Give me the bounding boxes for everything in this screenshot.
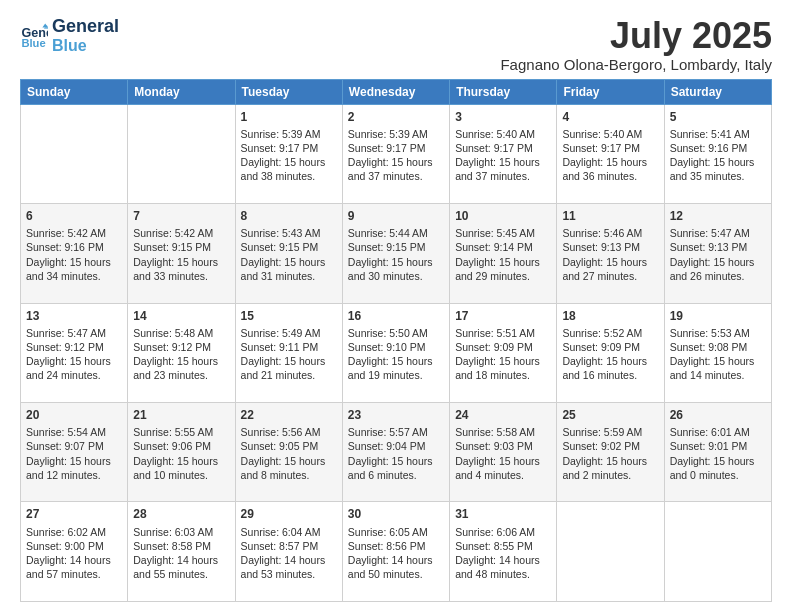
day-detail: Sunrise: 5:47 AM Sunset: 9:12 PM Dayligh… <box>26 326 122 383</box>
day-number: 20 <box>26 407 122 423</box>
day-number: 17 <box>455 308 551 324</box>
calendar-cell: 6Sunrise: 5:42 AM Sunset: 9:16 PM Daylig… <box>21 204 128 303</box>
day-detail: Sunrise: 6:02 AM Sunset: 9:00 PM Dayligh… <box>26 525 122 582</box>
day-number: 9 <box>348 208 444 224</box>
logo-icon: General Blue <box>20 22 48 50</box>
day-number: 5 <box>670 109 766 125</box>
calendar-cell: 23Sunrise: 5:57 AM Sunset: 9:04 PM Dayli… <box>342 403 449 502</box>
day-detail: Sunrise: 5:50 AM Sunset: 9:10 PM Dayligh… <box>348 326 444 383</box>
day-number: 2 <box>348 109 444 125</box>
calendar-cell: 28Sunrise: 6:03 AM Sunset: 8:58 PM Dayli… <box>128 502 235 602</box>
calendar-cell: 8Sunrise: 5:43 AM Sunset: 9:15 PM Daylig… <box>235 204 342 303</box>
day-detail: Sunrise: 5:46 AM Sunset: 9:13 PM Dayligh… <box>562 226 658 283</box>
calendar-cell: 20Sunrise: 5:54 AM Sunset: 9:07 PM Dayli… <box>21 403 128 502</box>
day-detail: Sunrise: 5:42 AM Sunset: 9:16 PM Dayligh… <box>26 226 122 283</box>
day-detail: Sunrise: 6:05 AM Sunset: 8:56 PM Dayligh… <box>348 525 444 582</box>
day-number: 21 <box>133 407 229 423</box>
day-number: 18 <box>562 308 658 324</box>
calendar-cell: 2Sunrise: 5:39 AM Sunset: 9:17 PM Daylig… <box>342 104 449 203</box>
calendar-cell: 16Sunrise: 5:50 AM Sunset: 9:10 PM Dayli… <box>342 303 449 402</box>
day-detail: Sunrise: 5:55 AM Sunset: 9:06 PM Dayligh… <box>133 425 229 482</box>
day-number: 6 <box>26 208 122 224</box>
svg-text:Blue: Blue <box>21 37 45 49</box>
calendar-week-4: 20Sunrise: 5:54 AM Sunset: 9:07 PM Dayli… <box>21 403 772 502</box>
calendar-cell: 12Sunrise: 5:47 AM Sunset: 9:13 PM Dayli… <box>664 204 771 303</box>
day-detail: Sunrise: 5:58 AM Sunset: 9:03 PM Dayligh… <box>455 425 551 482</box>
day-number: 25 <box>562 407 658 423</box>
calendar-cell: 31Sunrise: 6:06 AM Sunset: 8:55 PM Dayli… <box>450 502 557 602</box>
calendar-cell: 25Sunrise: 5:59 AM Sunset: 9:02 PM Dayli… <box>557 403 664 502</box>
day-detail: Sunrise: 5:49 AM Sunset: 9:11 PM Dayligh… <box>241 326 337 383</box>
calendar-cell: 4Sunrise: 5:40 AM Sunset: 9:17 PM Daylig… <box>557 104 664 203</box>
day-number: 1 <box>241 109 337 125</box>
calendar-cell: 21Sunrise: 5:55 AM Sunset: 9:06 PM Dayli… <box>128 403 235 502</box>
calendar-week-1: 1Sunrise: 5:39 AM Sunset: 9:17 PM Daylig… <box>21 104 772 203</box>
page: General Blue General Blue July 2025 Fagn… <box>0 0 792 612</box>
calendar-cell <box>557 502 664 602</box>
day-detail: Sunrise: 5:53 AM Sunset: 9:08 PM Dayligh… <box>670 326 766 383</box>
calendar-cell: 30Sunrise: 6:05 AM Sunset: 8:56 PM Dayli… <box>342 502 449 602</box>
day-detail: Sunrise: 5:42 AM Sunset: 9:15 PM Dayligh… <box>133 226 229 283</box>
calendar-cell <box>128 104 235 203</box>
day-detail: Sunrise: 5:43 AM Sunset: 9:15 PM Dayligh… <box>241 226 337 283</box>
calendar-week-2: 6Sunrise: 5:42 AM Sunset: 9:16 PM Daylig… <box>21 204 772 303</box>
day-detail: Sunrise: 5:41 AM Sunset: 9:16 PM Dayligh… <box>670 127 766 184</box>
day-number: 13 <box>26 308 122 324</box>
logo: General Blue General Blue <box>20 16 119 55</box>
day-detail: Sunrise: 5:57 AM Sunset: 9:04 PM Dayligh… <box>348 425 444 482</box>
day-number: 4 <box>562 109 658 125</box>
logo-blue: Blue <box>52 37 119 55</box>
day-detail: Sunrise: 5:47 AM Sunset: 9:13 PM Dayligh… <box>670 226 766 283</box>
day-number: 14 <box>133 308 229 324</box>
day-number: 12 <box>670 208 766 224</box>
day-number: 26 <box>670 407 766 423</box>
calendar-cell: 15Sunrise: 5:49 AM Sunset: 9:11 PM Dayli… <box>235 303 342 402</box>
day-number: 23 <box>348 407 444 423</box>
calendar-week-5: 27Sunrise: 6:02 AM Sunset: 9:00 PM Dayli… <box>21 502 772 602</box>
col-header-monday: Monday <box>128 79 235 104</box>
day-detail: Sunrise: 5:40 AM Sunset: 9:17 PM Dayligh… <box>562 127 658 184</box>
month-title: July 2025 <box>500 16 772 56</box>
day-number: 31 <box>455 506 551 522</box>
day-number: 19 <box>670 308 766 324</box>
day-number: 27 <box>26 506 122 522</box>
col-header-friday: Friday <box>557 79 664 104</box>
day-number: 10 <box>455 208 551 224</box>
logo-general: General <box>52 16 119 37</box>
col-header-thursday: Thursday <box>450 79 557 104</box>
calendar-cell: 7Sunrise: 5:42 AM Sunset: 9:15 PM Daylig… <box>128 204 235 303</box>
day-number: 28 <box>133 506 229 522</box>
day-number: 15 <box>241 308 337 324</box>
calendar-header-row: SundayMondayTuesdayWednesdayThursdayFrid… <box>21 79 772 104</box>
day-number: 24 <box>455 407 551 423</box>
col-header-sunday: Sunday <box>21 79 128 104</box>
day-number: 7 <box>133 208 229 224</box>
day-number: 11 <box>562 208 658 224</box>
col-header-saturday: Saturday <box>664 79 771 104</box>
day-detail: Sunrise: 5:59 AM Sunset: 9:02 PM Dayligh… <box>562 425 658 482</box>
day-number: 8 <box>241 208 337 224</box>
col-header-wednesday: Wednesday <box>342 79 449 104</box>
calendar-cell: 13Sunrise: 5:47 AM Sunset: 9:12 PM Dayli… <box>21 303 128 402</box>
calendar-cell: 1Sunrise: 5:39 AM Sunset: 9:17 PM Daylig… <box>235 104 342 203</box>
day-detail: Sunrise: 5:51 AM Sunset: 9:09 PM Dayligh… <box>455 326 551 383</box>
calendar-cell: 18Sunrise: 5:52 AM Sunset: 9:09 PM Dayli… <box>557 303 664 402</box>
calendar-cell: 11Sunrise: 5:46 AM Sunset: 9:13 PM Dayli… <box>557 204 664 303</box>
day-detail: Sunrise: 5:44 AM Sunset: 9:15 PM Dayligh… <box>348 226 444 283</box>
calendar-cell: 24Sunrise: 5:58 AM Sunset: 9:03 PM Dayli… <box>450 403 557 502</box>
day-detail: Sunrise: 5:45 AM Sunset: 9:14 PM Dayligh… <box>455 226 551 283</box>
calendar-cell: 22Sunrise: 5:56 AM Sunset: 9:05 PM Dayli… <box>235 403 342 502</box>
day-number: 3 <box>455 109 551 125</box>
calendar-cell: 27Sunrise: 6:02 AM Sunset: 9:00 PM Dayli… <box>21 502 128 602</box>
calendar-week-3: 13Sunrise: 5:47 AM Sunset: 9:12 PM Dayli… <box>21 303 772 402</box>
calendar-cell: 17Sunrise: 5:51 AM Sunset: 9:09 PM Dayli… <box>450 303 557 402</box>
day-detail: Sunrise: 5:52 AM Sunset: 9:09 PM Dayligh… <box>562 326 658 383</box>
calendar-cell: 10Sunrise: 5:45 AM Sunset: 9:14 PM Dayli… <box>450 204 557 303</box>
day-detail: Sunrise: 5:39 AM Sunset: 9:17 PM Dayligh… <box>348 127 444 184</box>
day-number: 29 <box>241 506 337 522</box>
day-number: 22 <box>241 407 337 423</box>
title-block: July 2025 Fagnano Olona-Bergoro, Lombard… <box>500 16 772 73</box>
location-title: Fagnano Olona-Bergoro, Lombardy, Italy <box>500 56 772 73</box>
calendar-cell: 19Sunrise: 5:53 AM Sunset: 9:08 PM Dayli… <box>664 303 771 402</box>
calendar-cell: 9Sunrise: 5:44 AM Sunset: 9:15 PM Daylig… <box>342 204 449 303</box>
